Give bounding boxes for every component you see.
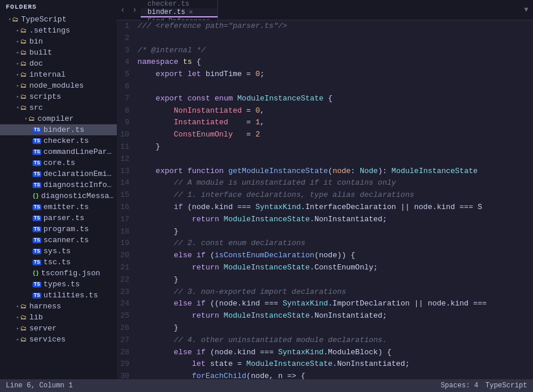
- line-number: 2: [120, 33, 130, 45]
- chevron-icon: ▸: [16, 71, 19, 78]
- file-ts-icon: TS: [33, 249, 41, 254]
- line-number: 1: [120, 20, 130, 33]
- sidebar-item-label: checker.ts: [44, 136, 89, 145]
- sidebar-item-program_ts[interactable]: TSprogram.ts: [0, 224, 117, 235]
- sidebar-item-label: types.ts: [44, 280, 80, 289]
- sidebar-item-built[interactable]: ▸🗂built: [0, 47, 117, 58]
- chevron-icon: ▸: [16, 49, 19, 56]
- code-line: Instantiated = 1,: [138, 117, 533, 129]
- sidebar-item-lib[interactable]: ▸🗂lib: [0, 312, 117, 323]
- sidebar-item-label: declarationEmitte...: [44, 170, 115, 178]
- sidebar-item-tsconfig_json[interactable]: {}tsconfig.json: [0, 268, 117, 279]
- sidebar-item-typescript[interactable]: ▾🗂TypeScript: [0, 14, 117, 25]
- sidebar-item-settings[interactable]: ▸🗂.settings: [0, 25, 117, 36]
- sidebar-item-label: utilities.ts: [44, 291, 98, 300]
- status-left: Line 6, Column 1: [6, 382, 73, 390]
- file-tree: ▾🗂TypeScript▸🗂.settings▸🗂bin▸🗂built▸🗂doc…: [0, 14, 117, 345]
- sidebar-item-utilities_ts[interactable]: TSutilities.ts: [0, 290, 117, 301]
- sidebar-item-sys_ts[interactable]: TSsys.ts: [0, 246, 117, 257]
- line-number: 26: [120, 322, 130, 335]
- chevron-icon: ▸: [16, 27, 19, 34]
- sidebar-item-src[interactable]: ▾🗂src: [0, 102, 117, 113]
- file-ts-icon: TS: [33, 204, 41, 210]
- folder-icon: 🗂: [20, 82, 27, 89]
- status-right: Spaces: 4 TypeScript: [441, 382, 527, 390]
- code-line: ConstEnumOnly = 2: [138, 129, 533, 141]
- tab-close-button[interactable]: ✕: [189, 9, 193, 16]
- sidebar-item-scanner_ts[interactable]: TSscanner.ts: [0, 235, 117, 246]
- sidebar-item-tsc_ts[interactable]: TStsc.ts: [0, 257, 117, 268]
- sidebar-item-diagnosticInforma[interactable]: TSdiagnosticInforma...: [0, 179, 117, 190]
- status-position: Line 6, Column 1: [6, 382, 73, 390]
- sidebar-item-binder_ts[interactable]: TSbinder.ts: [0, 124, 117, 135]
- code-line: namespace ts {: [138, 56, 533, 69]
- sidebar-item-compiler[interactable]: ▾🗂compiler: [0, 113, 117, 124]
- line-number: 29: [120, 358, 130, 371]
- tab-bar: ‹ › checker.tsbinder.ts✕Find References …: [117, 0, 533, 20]
- folder-open-icon: 🗂: [20, 104, 27, 112]
- sidebar-item-label: server: [29, 324, 56, 333]
- sidebar-item-label: tsc.ts: [44, 258, 71, 267]
- sidebar-item-bin[interactable]: ▸🗂bin: [0, 36, 117, 47]
- tab-binder[interactable]: binder.ts✕: [141, 8, 218, 17]
- folder-icon: 🗂: [20, 93, 27, 100]
- code-line: // 1. interface declarations, type alias…: [138, 189, 533, 202]
- sidebar-item-doc[interactable]: ▸🗂doc: [0, 58, 117, 69]
- chevron-icon: ▸: [16, 38, 19, 45]
- sidebar-item-label: built: [29, 48, 52, 57]
- sidebar-item-types_ts[interactable]: TStypes.ts: [0, 279, 117, 290]
- tab-nav-left[interactable]: ‹: [117, 0, 128, 20]
- sidebar-item-label: program.ts: [44, 225, 89, 233]
- sidebar-item-label: binder.ts: [44, 125, 84, 134]
- chevron-icon: ▾: [8, 16, 11, 23]
- folder-icon: 🗂: [20, 325, 27, 332]
- sidebar-item-node_modules[interactable]: ▸🗂node_modules: [0, 80, 117, 91]
- tab-overflow-button[interactable]: ▼: [520, 0, 533, 20]
- sidebar-item-label: sys.ts: [44, 247, 71, 256]
- code-line: return ModuleInstanceState.NonInstantiat…: [138, 214, 533, 226]
- line-number: 30: [120, 371, 130, 379]
- tab-nav-right[interactable]: ›: [128, 0, 140, 20]
- sidebar-item-harness[interactable]: ▸🗂harness: [0, 301, 117, 312]
- sidebar-item-checker_ts[interactable]: TSchecker.ts: [0, 135, 117, 146]
- code-line: export let bindTime = 0;: [138, 69, 533, 81]
- tab-label: checker.ts: [148, 0, 189, 8]
- file-json-icon: {}: [33, 193, 39, 199]
- tab-checker[interactable]: checker.ts: [141, 0, 218, 8]
- line-number: 25: [120, 310, 130, 322]
- code-line: return ModuleInstanceState.NonInstantiat…: [138, 310, 533, 322]
- line-number: 7: [120, 93, 130, 105]
- line-number: 10: [120, 129, 130, 141]
- code-editor[interactable]: 1234567891011121314151617181920212223242…: [117, 20, 533, 379]
- code-line: // 4. other uninstantiated module declar…: [138, 335, 533, 347]
- sidebar-item-services[interactable]: ▸🗂services: [0, 334, 117, 345]
- sidebar-item-commandLinePar[interactable]: TScommandLinePar...: [0, 146, 117, 157]
- sidebar-item-internal[interactable]: ▸🗂internal: [0, 69, 117, 80]
- chevron-icon: ▸: [16, 60, 19, 67]
- sidebar-item-label: src: [29, 103, 42, 112]
- line-number: 14: [120, 177, 130, 189]
- sidebar-item-declarationEmitte[interactable]: TSdeclarationEmitte...: [0, 168, 117, 179]
- tab-spacer: [218, 0, 520, 20]
- sidebar-item-parser_ts[interactable]: TSparser.ts: [0, 213, 117, 224]
- sidebar-item-emitter_ts[interactable]: TSemitter.ts: [0, 202, 117, 213]
- sidebar-item-server[interactable]: ▸🗂server: [0, 323, 117, 334]
- line-number: 19: [120, 238, 130, 250]
- sidebar-item-label: scripts: [29, 92, 61, 101]
- line-number: 28: [120, 347, 130, 359]
- chevron-icon: ▸: [16, 303, 19, 310]
- line-number: 5: [120, 69, 130, 81]
- sidebar-item-label: node_modules: [29, 81, 84, 90]
- folder-icon: 🗂: [20, 303, 27, 310]
- code-line: }: [138, 226, 533, 238]
- code-line: [138, 153, 533, 166]
- folder-icon: 🗂: [20, 336, 27, 343]
- code-line: export function getModuleInstanceState(n…: [138, 166, 533, 178]
- sidebar-item-scripts[interactable]: ▸🗂scripts: [0, 91, 117, 102]
- sidebar-item-core_ts[interactable]: TScore.ts: [0, 157, 117, 168]
- sidebar-item-diagnosticMessag[interactable]: {}diagnosticMessag...: [0, 190, 117, 202]
- sidebar-item-label: bin: [29, 37, 42, 46]
- sidebar-item-label: harness: [29, 302, 61, 311]
- line-number: 24: [120, 298, 130, 310]
- code-line: // A module is uninstantiated if it cont…: [138, 177, 533, 189]
